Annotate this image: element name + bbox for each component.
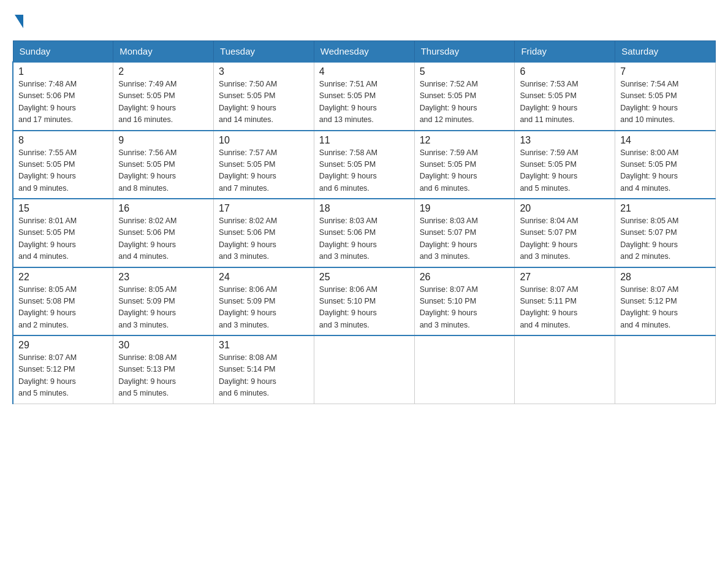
day-info: Sunrise: 7:59 AMSunset: 5:05 PMDaylight:…	[420, 147, 510, 195]
day-info: Sunrise: 8:06 AMSunset: 5:10 PMDaylight:…	[319, 284, 409, 332]
calendar-cell: 4Sunrise: 7:51 AMSunset: 5:05 PMDaylight…	[314, 62, 414, 131]
calendar-week-row: 8Sunrise: 7:55 AMSunset: 5:05 PMDaylight…	[13, 131, 716, 199]
day-info: Sunrise: 8:07 AMSunset: 5:10 PMDaylight:…	[420, 284, 510, 332]
day-number: 16	[118, 203, 208, 214]
day-info: Sunrise: 8:06 AMSunset: 5:09 PMDaylight:…	[219, 284, 309, 332]
day-number: 30	[118, 340, 208, 351]
calendar-cell: 28Sunrise: 8:07 AMSunset: 5:12 PMDayligh…	[615, 267, 716, 336]
day-number: 25	[319, 272, 409, 283]
day-number: 18	[319, 203, 409, 214]
calendar-header-tuesday: Tuesday	[214, 41, 314, 63]
calendar-cell: 10Sunrise: 7:57 AMSunset: 5:05 PMDayligh…	[214, 131, 314, 199]
day-number: 10	[219, 135, 309, 146]
calendar-cell: 7Sunrise: 7:54 AMSunset: 5:05 PMDaylight…	[615, 62, 716, 131]
day-info: Sunrise: 8:05 AMSunset: 5:08 PMDaylight:…	[18, 284, 108, 332]
day-info: Sunrise: 7:52 AMSunset: 5:05 PMDaylight:…	[420, 79, 510, 126]
day-info: Sunrise: 7:48 AMSunset: 5:06 PMDaylight:…	[18, 79, 108, 126]
day-number: 3	[219, 66, 309, 77]
day-info: Sunrise: 8:07 AMSunset: 5:12 PMDaylight:…	[620, 284, 710, 332]
calendar-cell: 18Sunrise: 8:03 AMSunset: 5:06 PMDayligh…	[314, 199, 414, 267]
day-number: 8	[18, 135, 108, 146]
day-number: 23	[118, 272, 208, 283]
calendar-cell	[314, 335, 414, 404]
day-info: Sunrise: 7:51 AMSunset: 5:05 PMDaylight:…	[319, 79, 409, 126]
day-number: 20	[520, 203, 610, 214]
day-number: 27	[520, 272, 610, 283]
calendar-cell: 5Sunrise: 7:52 AMSunset: 5:05 PMDaylight…	[414, 62, 515, 131]
calendar-header-friday: Friday	[515, 41, 615, 63]
day-number: 1	[18, 66, 108, 77]
day-info: Sunrise: 8:01 AMSunset: 5:05 PMDaylight:…	[18, 215, 108, 263]
calendar-cell: 6Sunrise: 7:53 AMSunset: 5:05 PMDaylight…	[515, 62, 615, 131]
day-info: Sunrise: 7:56 AMSunset: 5:05 PMDaylight:…	[118, 147, 208, 195]
day-number: 9	[118, 135, 208, 146]
calendar-cell: 3Sunrise: 7:50 AMSunset: 5:05 PMDaylight…	[214, 62, 314, 131]
calendar-week-row: 1Sunrise: 7:48 AMSunset: 5:06 PMDaylight…	[13, 62, 716, 131]
day-info: Sunrise: 8:03 AMSunset: 5:06 PMDaylight:…	[319, 215, 409, 263]
calendar-header-monday: Monday	[113, 41, 214, 63]
logo-triangle-icon	[15, 15, 23, 28]
calendar-cell: 15Sunrise: 8:01 AMSunset: 5:05 PMDayligh…	[13, 199, 113, 267]
calendar-cell	[414, 335, 515, 404]
calendar-cell: 19Sunrise: 8:03 AMSunset: 5:07 PMDayligh…	[414, 199, 515, 267]
day-info: Sunrise: 8:07 AMSunset: 5:12 PMDaylight:…	[18, 352, 108, 400]
day-number: 31	[219, 340, 309, 351]
day-info: Sunrise: 8:02 AMSunset: 5:06 PMDaylight:…	[219, 215, 309, 263]
calendar-cell: 24Sunrise: 8:06 AMSunset: 5:09 PMDayligh…	[214, 267, 314, 336]
day-number: 21	[620, 203, 710, 214]
day-number: 6	[520, 66, 610, 77]
calendar-cell: 12Sunrise: 7:59 AMSunset: 5:05 PMDayligh…	[414, 131, 515, 199]
day-number: 2	[118, 66, 208, 77]
calendar-cell	[515, 335, 615, 404]
calendar-cell: 2Sunrise: 7:49 AMSunset: 5:05 PMDaylight…	[113, 62, 214, 131]
calendar-week-row: 22Sunrise: 8:05 AMSunset: 5:08 PMDayligh…	[13, 267, 716, 336]
day-info: Sunrise: 8:02 AMSunset: 5:06 PMDaylight:…	[118, 215, 208, 263]
day-info: Sunrise: 8:08 AMSunset: 5:13 PMDaylight:…	[118, 352, 208, 400]
day-number: 26	[420, 272, 510, 283]
day-info: Sunrise: 8:05 AMSunset: 5:09 PMDaylight:…	[118, 284, 208, 332]
day-number: 19	[420, 203, 510, 214]
calendar-week-row: 29Sunrise: 8:07 AMSunset: 5:12 PMDayligh…	[13, 335, 716, 404]
day-number: 17	[219, 203, 309, 214]
calendar-table: SundayMondayTuesdayWednesdayThursdayFrid…	[12, 40, 716, 404]
calendar-cell: 1Sunrise: 7:48 AMSunset: 5:06 PMDaylight…	[13, 62, 113, 131]
day-info: Sunrise: 7:54 AMSunset: 5:05 PMDaylight:…	[620, 79, 710, 126]
calendar-cell: 26Sunrise: 8:07 AMSunset: 5:10 PMDayligh…	[414, 267, 515, 336]
calendar-cell: 13Sunrise: 7:59 AMSunset: 5:05 PMDayligh…	[515, 131, 615, 199]
calendar-cell: 9Sunrise: 7:56 AMSunset: 5:05 PMDaylight…	[113, 131, 214, 199]
day-info: Sunrise: 8:05 AMSunset: 5:07 PMDaylight:…	[620, 215, 710, 263]
day-info: Sunrise: 8:08 AMSunset: 5:14 PMDaylight:…	[219, 352, 309, 400]
calendar-cell: 11Sunrise: 7:58 AMSunset: 5:05 PMDayligh…	[314, 131, 414, 199]
calendar-cell: 27Sunrise: 8:07 AMSunset: 5:11 PMDayligh…	[515, 267, 615, 336]
calendar-header-sunday: Sunday	[13, 41, 113, 63]
day-info: Sunrise: 7:49 AMSunset: 5:05 PMDaylight:…	[118, 79, 208, 126]
calendar-cell: 14Sunrise: 8:00 AMSunset: 5:05 PMDayligh…	[615, 131, 716, 199]
day-number: 4	[319, 66, 409, 77]
calendar-header-wednesday: Wednesday	[314, 41, 414, 63]
day-number: 14	[620, 135, 710, 146]
day-info: Sunrise: 8:00 AMSunset: 5:05 PMDaylight:…	[620, 147, 710, 195]
calendar-cell	[615, 335, 716, 404]
day-info: Sunrise: 8:07 AMSunset: 5:11 PMDaylight:…	[520, 284, 610, 332]
calendar-cell: 8Sunrise: 7:55 AMSunset: 5:05 PMDaylight…	[13, 131, 113, 199]
calendar-cell: 16Sunrise: 8:02 AMSunset: 5:06 PMDayligh…	[113, 199, 214, 267]
day-info: Sunrise: 7:55 AMSunset: 5:05 PMDaylight:…	[18, 147, 108, 195]
day-number: 7	[620, 66, 710, 77]
calendar-cell: 30Sunrise: 8:08 AMSunset: 5:13 PMDayligh…	[113, 335, 214, 404]
day-info: Sunrise: 7:53 AMSunset: 5:05 PMDaylight:…	[520, 79, 610, 126]
day-info: Sunrise: 7:57 AMSunset: 5:05 PMDaylight:…	[219, 147, 309, 195]
day-info: Sunrise: 8:03 AMSunset: 5:07 PMDaylight:…	[420, 215, 510, 263]
day-number: 5	[420, 66, 510, 77]
calendar-week-row: 15Sunrise: 8:01 AMSunset: 5:05 PMDayligh…	[13, 199, 716, 267]
day-number: 12	[420, 135, 510, 146]
day-number: 22	[18, 272, 108, 283]
day-number: 24	[219, 272, 309, 283]
calendar-cell: 25Sunrise: 8:06 AMSunset: 5:10 PMDayligh…	[314, 267, 414, 336]
calendar-cell: 29Sunrise: 8:07 AMSunset: 5:12 PMDayligh…	[13, 335, 113, 404]
day-info: Sunrise: 7:50 AMSunset: 5:05 PMDaylight:…	[219, 79, 309, 126]
calendar-header-saturday: Saturday	[615, 41, 716, 63]
day-number: 15	[18, 203, 108, 214]
calendar-cell: 17Sunrise: 8:02 AMSunset: 5:06 PMDayligh…	[214, 199, 314, 267]
calendar-cell: 23Sunrise: 8:05 AMSunset: 5:09 PMDayligh…	[113, 267, 214, 336]
calendar-header-thursday: Thursday	[414, 41, 515, 63]
